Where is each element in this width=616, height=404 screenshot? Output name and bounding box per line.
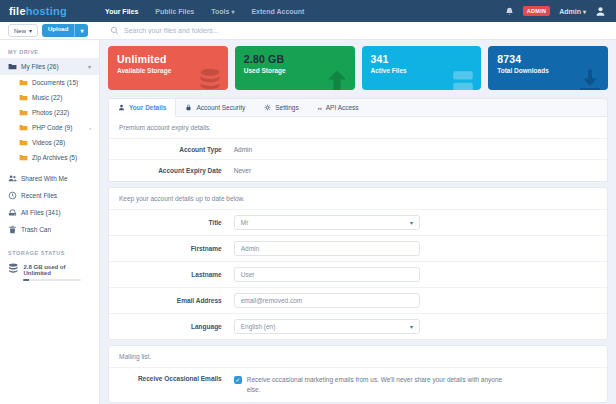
tab-settings[interactable]: Settings: [255, 99, 309, 117]
firstname-label: Firstname: [119, 245, 234, 252]
sidebar-item-documents[interactable]: Documents (15): [0, 75, 99, 90]
storage-status-header: STORAGE STATUS: [0, 245, 99, 259]
sidebar-item-zip-archives[interactable]: Zip Archives (5): [0, 150, 99, 165]
mailing-checkbox[interactable]: ✓: [234, 376, 242, 384]
premium-section-heading: Premium account expiry details.: [109, 117, 607, 139]
email-field[interactable]: [234, 293, 420, 308]
folder-icon: [8, 62, 17, 71]
details-section-heading: Keep your account details up to date bel…: [109, 188, 607, 210]
account-details-panel: Keep your account details up to date bel…: [108, 187, 608, 340]
chevron-down-icon[interactable]: ▾: [74, 24, 88, 37]
title-label: Title: [119, 219, 234, 226]
clock-icon: [8, 191, 17, 200]
storage-progress-bar: [23, 279, 81, 281]
people-icon: [8, 174, 17, 183]
language-select[interactable]: English (en) ▾: [234, 319, 420, 334]
premium-details-panel: Premium account expiry details. Account …: [108, 117, 608, 182]
firstname-field[interactable]: [234, 241, 420, 256]
folder-icon: [19, 138, 28, 147]
sidebar-item-my-files[interactable]: My Files (26) ▾: [0, 58, 99, 75]
top-navbar: filehosting Your Files Public Files Tool…: [0, 0, 616, 22]
account-expiry-label: Account Expiry Date: [119, 167, 234, 174]
stat-used-storage: 2.80 GB Used Storage: [235, 46, 355, 90]
nav-extend-account[interactable]: Extend Account: [251, 8, 304, 15]
admin-badge: ADMIN: [523, 6, 551, 16]
sidebar-item-photos[interactable]: Photos (232): [0, 105, 99, 120]
nav-tools[interactable]: Tools▾: [211, 8, 234, 15]
chevron-down-icon: ▾: [410, 219, 413, 226]
firstname-row: Firstname: [109, 236, 607, 262]
navbar-right: ADMIN Admin ▾: [505, 6, 616, 17]
stat-active-files: 341 Active Files: [362, 46, 482, 90]
sidebar-item-php-code[interactable]: PHP Code (9) ›: [0, 120, 99, 135]
code-icon: ‹›: [318, 105, 322, 111]
new-button[interactable]: New▾: [8, 24, 38, 37]
nav-public-files[interactable]: Public Files: [155, 8, 194, 15]
sidebar-item-videos[interactable]: Videos (28): [0, 135, 99, 150]
search-icon: [110, 26, 119, 35]
logo-file: file: [9, 5, 26, 17]
mailing-row: Receive Occasional Emails ✓ Receive occa…: [109, 368, 607, 402]
folder-icon: [19, 108, 28, 117]
storage-usage-text: 2.8 GB used of Unlimited: [23, 263, 91, 276]
upload-button[interactable]: Upload ▾: [42, 24, 88, 37]
lastname-row: Lastname: [109, 262, 607, 288]
email-label: Email Address: [119, 297, 234, 304]
app-logo[interactable]: filehosting: [0, 5, 100, 17]
folder-icon: [19, 153, 28, 162]
drive-icon: [8, 208, 17, 217]
main-content: Unlimited Available Storage 2.80 GB Used…: [100, 40, 616, 404]
tab-account-security[interactable]: Account Security: [176, 99, 255, 117]
chevron-down-icon: ▾: [410, 323, 413, 330]
gear-icon: [264, 104, 271, 111]
language-row: Language English (en) ▾: [109, 314, 607, 339]
stat-cards: Unlimited Available Storage 2.80 GB Used…: [108, 46, 608, 90]
sidebar-item-all-files[interactable]: All Files (341): [0, 204, 99, 221]
action-toolbar: New▾ Upload ▾: [0, 22, 616, 40]
sidebar: MY DRIVE My Files (26) ▾ Documents (15) …: [0, 40, 100, 404]
lastname-field[interactable]: [234, 267, 420, 282]
stat-available-storage: Unlimited Available Storage: [108, 46, 228, 90]
trash-icon: [8, 225, 17, 234]
tab-your-details[interactable]: Your Details: [109, 99, 176, 117]
mailing-label: Receive Occasional Emails: [119, 375, 234, 382]
sidebar-item-recent-files[interactable]: Recent Files: [0, 187, 99, 204]
title-select[interactable]: Mr ▾: [234, 215, 420, 230]
my-drive-header: MY DRIVE: [0, 44, 99, 58]
folder-icon: [19, 78, 28, 87]
drive-icon: [450, 68, 476, 90]
chevron-down-icon: ▾: [88, 63, 91, 70]
account-type-row: Account Type Admin: [109, 139, 607, 160]
sidebar-item-shared-with-me[interactable]: Shared With Me: [0, 170, 99, 187]
database-icon: [197, 68, 223, 90]
mailing-description: Receive occasional marketing emails from…: [247, 375, 510, 395]
title-row: Title Mr ▾: [109, 210, 607, 236]
avatar-icon[interactable]: [595, 6, 606, 17]
mailing-list-panel: Mailing list. Receive Occasional Emails …: [108, 345, 608, 403]
account-type-value: Admin: [234, 146, 252, 153]
user-icon: [118, 104, 125, 111]
language-label: Language: [119, 323, 234, 330]
sidebar-item-music[interactable]: Music (22): [0, 90, 99, 105]
storage-status: 2.8 GB used of Unlimited: [0, 259, 99, 285]
search-input[interactable]: [124, 27, 424, 34]
account-tabs: Your Details Account Security Settings ‹…: [108, 98, 608, 117]
email-row: Email Address: [109, 288, 607, 314]
main-nav: Your Files Public Files Tools▾ Extend Ac…: [105, 8, 304, 15]
account-expiry-value: Never: [234, 167, 251, 174]
logo-hosting: hosting: [26, 5, 67, 17]
nav-your-files[interactable]: Your Files: [105, 8, 138, 15]
folder-icon: [19, 123, 28, 132]
user-menu[interactable]: Admin ▾: [559, 8, 586, 15]
chevron-down-icon: ▾: [583, 9, 586, 15]
chevron-right-icon: ›: [89, 125, 91, 131]
tab-api-access[interactable]: ‹› API Access: [309, 99, 369, 117]
chevron-down-icon: ▾: [231, 8, 234, 15]
search-bar: [100, 26, 616, 35]
arrow-up-icon: [324, 68, 350, 90]
sidebar-item-trash-can[interactable]: Trash Can: [0, 221, 99, 238]
bell-icon[interactable]: [505, 7, 514, 16]
database-icon: [8, 263, 18, 275]
lastname-label: Lastname: [119, 271, 234, 278]
lock-icon: [185, 104, 192, 111]
